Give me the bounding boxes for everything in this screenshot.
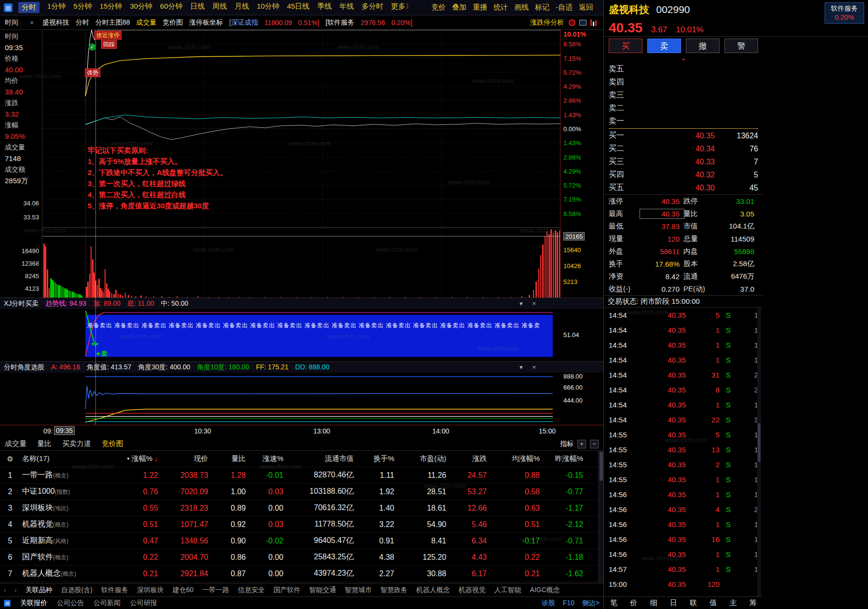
subtab-买卖力道[interactable]: 买卖力道 — [62, 439, 91, 448]
sector-quote-box[interactable]: 软件服务 0.20% — [825, 2, 864, 24]
period-tab-季线[interactable]: 季线 — [317, 2, 332, 13]
related-tab-智慧城市[interactable]: 智慧城市 — [345, 586, 372, 595]
related-tab-AIGC概念[interactable]: AIGC概念 — [530, 586, 560, 595]
related-label[interactable]: 关联品种 — [26, 586, 53, 595]
bid-row[interactable]: 买二40.3476 — [609, 142, 758, 155]
tool-重播[interactable]: 重播 — [473, 3, 487, 12]
zoom-in-button[interactable]: + — [577, 440, 586, 448]
related-tab-机器人概念[interactable]: 机器人概念 — [416, 586, 450, 595]
col-header[interactable]: 涨跌 — [453, 454, 494, 463]
bottom-tab-关联报价[interactable]: 关联报价 — [20, 599, 47, 608]
tool-叠加[interactable]: 叠加 — [452, 3, 467, 12]
col-header[interactable]: 量比 — [215, 454, 253, 463]
view-switch-细[interactable]: 细 — [650, 598, 657, 608]
table-row[interactable]: 3深圳板块(地区)0.552318.230.890.0070616.32亿1.4… — [0, 500, 603, 516]
trade-button-警[interactable]: 警 — [724, 39, 758, 53]
related-tab-智慧政务[interactable]: 智慧政务 — [381, 586, 408, 595]
ask-row[interactable]: 卖一 — [609, 115, 758, 128]
chart-setting-item[interactable]: 11800.09 — [264, 19, 292, 27]
table-scrollbar[interactable] — [598, 451, 603, 583]
chart-setting-item[interactable]: 分时主图88 — [95, 18, 130, 27]
zoom-out-button[interactable]: − — [590, 440, 599, 448]
col-header[interactable]: 流通市值 — [290, 454, 361, 463]
period-tab-周线[interactable]: 周线 — [213, 2, 227, 13]
close-icon[interactable]: × — [532, 300, 536, 307]
col-header[interactable]: 现价 — [165, 454, 215, 463]
ask-row[interactable]: 卖四 — [609, 76, 758, 89]
chart-setting-item[interactable]: 竞价图 — [163, 18, 183, 27]
scroll-right-icon[interactable]: › — [14, 586, 16, 594]
related-tab-国产软件[interactable]: 国产软件 — [274, 586, 301, 595]
table-row[interactable]: 5近期新高(风格)0.471348.560.90-0.0296405.47亿0.… — [0, 533, 603, 549]
panel-tab-label[interactable]: 时间 — [5, 18, 18, 27]
bottom-link-F10[interactable]: F10 — [563, 599, 574, 608]
bid-row[interactable]: 买四40.325 — [609, 168, 758, 181]
col-header-name[interactable]: 名称(17) — [20, 454, 111, 463]
indicator-label[interactable]: 指标 — [560, 440, 574, 448]
view-switch-价[interactable]: 价 — [630, 598, 637, 608]
related-tab-智能交通[interactable]: 智能交通 — [309, 586, 336, 595]
related-tab-人工智能[interactable]: 人工智能 — [494, 586, 521, 595]
period-tab-10分钟[interactable]: 10分钟 — [257, 2, 280, 13]
xj-panel-plot[interactable]: 准备卖出 准备卖出 准备卖出 准备卖出 准备卖出 准备卖出 准备卖出 准备卖出 … — [0, 309, 603, 361]
view-switch-联[interactable]: 联 — [690, 598, 697, 608]
period-tab-1分钟[interactable]: 1分钟 — [47, 2, 66, 13]
window-icon[interactable] — [579, 20, 587, 26]
close-icon[interactable]: × — [30, 19, 34, 27]
table-row[interactable]: 4机器视觉(概念)0.511071.470.920.0311778.50亿3.2… — [0, 516, 603, 533]
bid-row[interactable]: 买五40.3045 — [609, 181, 758, 194]
tool-返回[interactable]: 返回 — [579, 3, 593, 12]
signal-bars-icon[interactable] — [590, 19, 597, 26]
period-tab-30分钟[interactable]: 30分钟 — [130, 2, 152, 13]
related-tab-建仓60[interactable]: 建仓60 — [173, 586, 194, 595]
ask-row[interactable]: 卖二 — [609, 102, 758, 115]
chart-setting-item[interactable]: 0.51%] — [298, 19, 320, 27]
tick-scrollbar[interactable] — [757, 308, 761, 596]
period-tab-月线[interactable]: 月线 — [235, 2, 249, 13]
collapse-icon[interactable]: ▾ — [520, 364, 523, 371]
view-switch-筹[interactable]: 筹 — [749, 598, 757, 608]
period-tab-更多〉[interactable]: 更多〉 — [391, 2, 413, 13]
angle-panel-plot[interactable]: 888.00666.00444.00 — [0, 373, 603, 425]
period-tab-5分钟[interactable]: 5分钟 — [73, 2, 92, 13]
subtab-成交量[interactable]: 成交量 — [5, 439, 27, 448]
ask-row[interactable]: 卖五 — [609, 63, 758, 76]
collapse-chevron-icon[interactable]: ⌄ — [604, 56, 763, 63]
bottom-tab-公司公告[interactable]: 公司公告 — [57, 599, 84, 608]
close-icon[interactable]: × — [532, 364, 536, 371]
col-header[interactable]: 换手% — [361, 454, 401, 463]
scroll-left-icon[interactable]: ‹ — [4, 586, 6, 594]
period-tab-多分时[interactable]: 多分时 — [361, 2, 383, 13]
chart-setting-item[interactable]: [软件服务 — [325, 18, 354, 27]
record-icon[interactable] — [569, 19, 575, 26]
tool-画线[interactable]: 画线 — [514, 3, 529, 12]
table-row[interactable]: 6国产软件(概念)0.222004.700.860.0025843.25亿4.3… — [0, 549, 603, 566]
period-tab-分时[interactable]: 分时 — [18, 2, 40, 13]
view-switch-值[interactable]: 值 — [709, 598, 717, 608]
tool-统计[interactable]: 统计 — [494, 3, 508, 12]
tool-标记[interactable]: 标记 — [535, 3, 549, 12]
related-tab-自选股(含)[interactable]: 自选股(含) — [61, 586, 93, 595]
col-header-chg[interactable]: • 涨幅% ↓ — [111, 454, 165, 463]
table-row[interactable]: 1一带一路(概念)1.222038.731.28-0.0182870.46亿1.… — [0, 467, 603, 484]
col-header[interactable]: 均涨幅% — [494, 454, 547, 463]
chart-setting-item[interactable]: [深证成指 — [229, 18, 258, 27]
col-header[interactable]: 昨涨幅% — [547, 454, 590, 463]
chart-setting-item[interactable]: 2976.56 — [361, 19, 385, 27]
chart-setting-item[interactable]: 分时 — [76, 18, 89, 27]
period-tab-60分钟[interactable]: 60分钟 — [160, 2, 183, 13]
trade-button-买[interactable]: 买 — [609, 39, 642, 53]
view-switch-笔[interactable]: 笔 — [610, 598, 617, 608]
period-tab-45日线[interactable]: 45日线 — [287, 2, 309, 13]
chart-setting-item[interactable]: 盛视科技 — [42, 18, 69, 27]
subtab-量比[interactable]: 量比 — [37, 439, 52, 448]
trade-button-卖[interactable]: 卖 — [647, 39, 681, 53]
bottom-link-侧边>[interactable]: 侧边> — [582, 599, 600, 608]
trade-button-撤[interactable]: 撤 — [686, 39, 720, 53]
bottom-tab-公司研报[interactable]: 公司研报 — [130, 599, 157, 608]
bid-row[interactable]: 买三40.337 — [609, 155, 758, 168]
period-tab-15分钟[interactable]: 15分钟 — [100, 2, 122, 13]
collapse-icon[interactable]: ▾ — [520, 300, 523, 307]
related-tab-机器视觉[interactable]: 机器视觉 — [459, 586, 486, 595]
chart-setting-item[interactable]: 成交量 — [136, 18, 157, 27]
